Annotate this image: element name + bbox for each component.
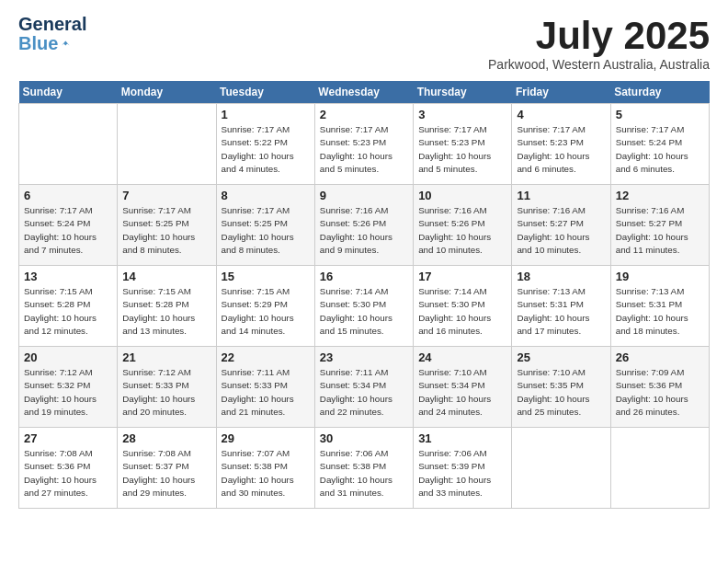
day-number: 14 <box>122 270 210 283</box>
calendar-cell: 25Sunrise: 7:10 AM Sunset: 5:35 PM Dayli… <box>512 347 610 428</box>
calendar-cell: 30Sunrise: 7:06 AM Sunset: 5:38 PM Dayli… <box>314 428 413 509</box>
calendar-cell: 12Sunrise: 7:16 AM Sunset: 5:27 PM Dayli… <box>610 185 709 266</box>
calendar-cell: 24Sunrise: 7:10 AM Sunset: 5:34 PM Dayli… <box>414 347 512 428</box>
day-info: Sunrise: 7:06 AM Sunset: 5:38 PM Dayligh… <box>320 447 408 500</box>
day-number: 19 <box>616 270 704 283</box>
day-info: Sunrise: 7:15 AM Sunset: 5:28 PM Dayligh… <box>24 285 112 338</box>
logo: General Blue <box>18 15 70 55</box>
calendar-cell: 3Sunrise: 7:17 AM Sunset: 5:23 PM Daylig… <box>414 104 512 185</box>
day-info: Sunrise: 7:10 AM Sunset: 5:34 PM Dayligh… <box>418 366 506 419</box>
day-number: 13 <box>24 270 112 283</box>
calendar-cell: 14Sunrise: 7:15 AM Sunset: 5:28 PM Dayli… <box>118 266 216 347</box>
calendar-cell: 31Sunrise: 7:06 AM Sunset: 5:39 PM Dayli… <box>414 428 512 509</box>
calendar-cell: 7Sunrise: 7:17 AM Sunset: 5:25 PM Daylig… <box>118 185 216 266</box>
day-number: 2 <box>320 108 408 121</box>
calendar-cell: 2Sunrise: 7:17 AM Sunset: 5:23 PM Daylig… <box>314 104 413 185</box>
day-info: Sunrise: 7:08 AM Sunset: 5:37 PM Dayligh… <box>122 447 210 500</box>
day-number: 24 <box>418 350 506 364</box>
day-number: 8 <box>222 189 310 202</box>
weekday-header-saturday: Saturday <box>610 81 709 104</box>
svg-marker-0 <box>62 41 70 46</box>
calendar-cell <box>118 104 216 185</box>
calendar-cell <box>19 104 118 185</box>
calendar-cell: 27Sunrise: 7:08 AM Sunset: 5:36 PM Dayli… <box>19 428 118 509</box>
weekday-header-thursday: Thursday <box>414 81 512 104</box>
day-number: 7 <box>122 189 210 202</box>
day-number: 31 <box>418 431 506 445</box>
calendar-cell <box>610 428 709 509</box>
day-info: Sunrise: 7:16 AM Sunset: 5:26 PM Dayligh… <box>320 204 408 257</box>
weekday-header-friday: Friday <box>512 81 610 104</box>
day-number: 17 <box>418 270 506 283</box>
day-number: 27 <box>24 431 112 445</box>
location: Parkwood, Western Australia, Australia <box>488 57 710 72</box>
weekday-header-monday: Monday <box>118 81 216 104</box>
day-info: Sunrise: 7:15 AM Sunset: 5:28 PM Dayligh… <box>122 285 210 338</box>
day-number: 3 <box>418 108 506 121</box>
day-info: Sunrise: 7:14 AM Sunset: 5:30 PM Dayligh… <box>418 285 506 338</box>
day-info: Sunrise: 7:08 AM Sunset: 5:36 PM Dayligh… <box>24 447 112 500</box>
weekday-header-wednesday: Wednesday <box>314 81 413 104</box>
weekday-header-sunday: Sunday <box>19 81 118 104</box>
day-info: Sunrise: 7:17 AM Sunset: 5:22 PM Dayligh… <box>222 123 310 176</box>
day-number: 15 <box>222 270 310 283</box>
calendar-cell: 4Sunrise: 7:17 AM Sunset: 5:23 PM Daylig… <box>512 104 610 185</box>
day-info: Sunrise: 7:16 AM Sunset: 5:27 PM Dayligh… <box>517 204 605 257</box>
calendar-cell: 29Sunrise: 7:07 AM Sunset: 5:38 PM Dayli… <box>216 428 314 509</box>
calendar-cell: 15Sunrise: 7:15 AM Sunset: 5:29 PM Dayli… <box>216 266 314 347</box>
day-info: Sunrise: 7:17 AM Sunset: 5:24 PM Dayligh… <box>24 204 112 257</box>
day-number: 23 <box>320 350 408 364</box>
day-number: 22 <box>222 350 310 364</box>
day-info: Sunrise: 7:17 AM Sunset: 5:23 PM Dayligh… <box>418 123 506 176</box>
day-number: 21 <box>122 350 210 364</box>
day-number: 18 <box>517 270 605 283</box>
calendar-table: SundayMondayTuesdayWednesdayThursdayFrid… <box>18 81 710 509</box>
calendar-cell <box>512 428 610 509</box>
day-info: Sunrise: 7:15 AM Sunset: 5:29 PM Dayligh… <box>222 285 310 338</box>
calendar-cell: 19Sunrise: 7:13 AM Sunset: 5:31 PM Dayli… <box>610 266 709 347</box>
day-number: 30 <box>320 431 408 445</box>
calendar-cell: 8Sunrise: 7:17 AM Sunset: 5:25 PM Daylig… <box>216 185 314 266</box>
day-number: 16 <box>320 270 408 283</box>
calendar-cell: 17Sunrise: 7:14 AM Sunset: 5:30 PM Dayli… <box>414 266 512 347</box>
day-number: 28 <box>122 431 210 445</box>
day-number: 9 <box>320 189 408 202</box>
day-info: Sunrise: 7:11 AM Sunset: 5:34 PM Dayligh… <box>320 366 408 419</box>
weekday-header-tuesday: Tuesday <box>216 81 314 104</box>
calendar-cell: 9Sunrise: 7:16 AM Sunset: 5:26 PM Daylig… <box>314 185 413 266</box>
day-info: Sunrise: 7:17 AM Sunset: 5:23 PM Dayligh… <box>517 123 605 176</box>
calendar-cell: 6Sunrise: 7:17 AM Sunset: 5:24 PM Daylig… <box>19 185 118 266</box>
day-number: 25 <box>517 350 605 364</box>
day-info: Sunrise: 7:11 AM Sunset: 5:33 PM Dayligh… <box>222 366 310 419</box>
calendar-cell: 22Sunrise: 7:11 AM Sunset: 5:33 PM Dayli… <box>216 347 314 428</box>
day-number: 12 <box>616 189 704 202</box>
calendar-cell: 18Sunrise: 7:13 AM Sunset: 5:31 PM Dayli… <box>512 266 610 347</box>
day-info: Sunrise: 7:07 AM Sunset: 5:38 PM Dayligh… <box>222 447 310 500</box>
calendar-cell: 5Sunrise: 7:17 AM Sunset: 5:24 PM Daylig… <box>610 104 709 185</box>
day-number: 4 <box>517 108 605 121</box>
calendar-cell: 16Sunrise: 7:14 AM Sunset: 5:30 PM Dayli… <box>314 266 413 347</box>
day-info: Sunrise: 7:13 AM Sunset: 5:31 PM Dayligh… <box>517 285 605 338</box>
calendar-cell: 20Sunrise: 7:12 AM Sunset: 5:32 PM Dayli… <box>19 347 118 428</box>
day-number: 26 <box>616 350 704 364</box>
day-info: Sunrise: 7:12 AM Sunset: 5:32 PM Dayligh… <box>24 366 112 419</box>
day-info: Sunrise: 7:17 AM Sunset: 5:23 PM Dayligh… <box>320 123 408 176</box>
day-number: 29 <box>222 431 310 445</box>
page-header: General Blue July 2025 Parkwood, Western… <box>18 15 710 72</box>
calendar-cell: 26Sunrise: 7:09 AM Sunset: 5:36 PM Dayli… <box>610 347 709 428</box>
calendar-cell: 13Sunrise: 7:15 AM Sunset: 5:28 PM Dayli… <box>19 266 118 347</box>
calendar-cell: 10Sunrise: 7:16 AM Sunset: 5:26 PM Dayli… <box>414 185 512 266</box>
day-number: 6 <box>24 189 112 202</box>
calendar-header: SundayMondayTuesdayWednesdayThursdayFrid… <box>19 81 710 104</box>
day-info: Sunrise: 7:12 AM Sunset: 5:33 PM Dayligh… <box>122 366 210 419</box>
day-info: Sunrise: 7:10 AM Sunset: 5:35 PM Dayligh… <box>517 366 605 419</box>
calendar-cell: 11Sunrise: 7:16 AM Sunset: 5:27 PM Dayli… <box>512 185 610 266</box>
day-info: Sunrise: 7:06 AM Sunset: 5:39 PM Dayligh… <box>418 447 506 500</box>
day-info: Sunrise: 7:16 AM Sunset: 5:27 PM Dayligh… <box>616 204 704 257</box>
calendar-cell: 21Sunrise: 7:12 AM Sunset: 5:33 PM Dayli… <box>118 347 216 428</box>
day-number: 11 <box>517 189 605 202</box>
day-number: 5 <box>616 108 704 121</box>
calendar-cell: 28Sunrise: 7:08 AM Sunset: 5:37 PM Dayli… <box>118 428 216 509</box>
day-number: 1 <box>222 108 310 121</box>
day-info: Sunrise: 7:17 AM Sunset: 5:24 PM Dayligh… <box>616 123 704 176</box>
